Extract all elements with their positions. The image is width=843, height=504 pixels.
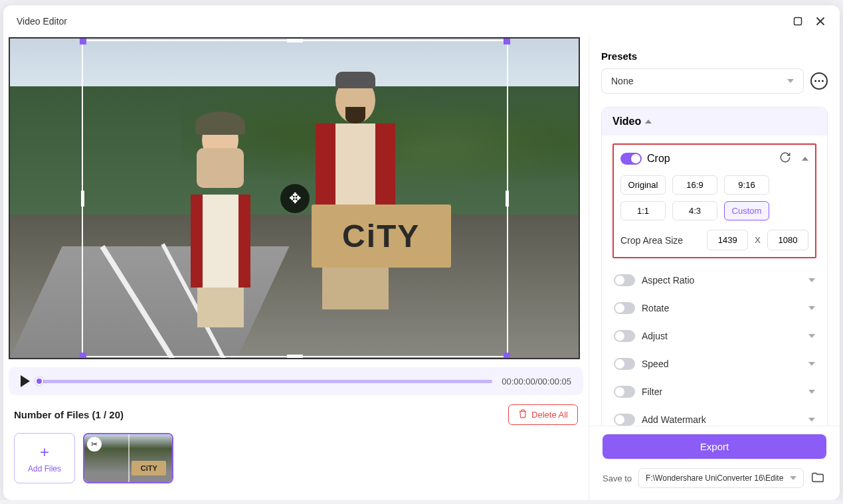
effect-row-filter[interactable]: Filter [612, 378, 816, 406]
effect-label: Rotate [642, 303, 669, 313]
maximize-button[interactable] [792, 15, 804, 27]
chevron-down-icon [808, 306, 815, 310]
save-to-dropdown[interactable]: F:\Wondershare UniConverter 16\Edite [638, 468, 804, 488]
crop-handle-left[interactable] [81, 191, 84, 207]
delete-all-button[interactable]: Delete All [508, 404, 578, 425]
progress-slider[interactable] [39, 380, 492, 383]
add-files-label: Add Files [28, 464, 61, 473]
chevron-down-icon [790, 476, 796, 480]
crop-toggle[interactable] [620, 153, 642, 165]
effect-toggle[interactable] [614, 414, 635, 426]
save-to-label: Save to [603, 473, 632, 483]
chevron-up-icon [645, 120, 652, 124]
files-row: + Add Files ✂ CiTY [14, 433, 578, 483]
crop-handle-tl[interactable] [80, 38, 86, 44]
bottom-bar: Export Save to F:\Wondershare UniConvert… [589, 426, 840, 500]
presets-selected: None [611, 76, 633, 86]
file-thumbnail-1[interactable]: ✂ CiTY [83, 433, 173, 483]
effect-label: Speed [642, 359, 668, 369]
playback-bar: 00:00:00/00:00:05 [9, 367, 583, 395]
crop-label: Crop [647, 153, 670, 165]
files-count: Number of Files (1 / 20) [14, 409, 124, 420]
video-preview[interactable]: CiTY ✥ [9, 37, 580, 359]
open-folder-button[interactable] [810, 470, 826, 486]
crop-preset-1-1[interactable]: 1:1 [620, 201, 666, 220]
close-button[interactable] [814, 15, 826, 27]
crop-width-input[interactable] [707, 230, 748, 250]
effects-list: Aspect RatioRotateAdjustSpeedFilterAdd W… [612, 266, 816, 426]
time-display: 00:00:00/00:00:05 [502, 377, 571, 386]
crop-preset-original[interactable]: Original [620, 175, 666, 195]
video-section-body: Crop Original16:99:161:14:3Custom [602, 135, 827, 426]
effect-toggle[interactable] [614, 386, 635, 398]
effect-row-add-watermark[interactable]: Add Watermark [612, 406, 816, 426]
x-separator: X [755, 235, 761, 245]
crop-preset-4-3[interactable]: 4:3 [672, 201, 717, 220]
presets-dropdown[interactable]: None [601, 68, 804, 94]
presets-label: Presets [601, 50, 828, 62]
crop-handle-bl[interactable] [80, 353, 86, 359]
content-area: CiTY ✥ [3, 37, 840, 500]
progress-thumb[interactable] [35, 377, 43, 385]
effect-toggle[interactable] [614, 330, 635, 342]
reset-icon[interactable] [779, 151, 791, 166]
effect-row-speed[interactable]: Speed [612, 350, 816, 378]
chevron-down-icon [808, 334, 815, 338]
video-section: Video Crop [601, 107, 828, 426]
crop-preset-16-9[interactable]: 16:9 [672, 175, 717, 195]
save-to-row: Save to F:\Wondershare UniConverter 16\E… [603, 468, 826, 488]
files-section: Number of Files (1 / 20) Delete All + Ad… [9, 404, 583, 483]
effect-toggle[interactable] [614, 302, 635, 314]
crop-preset-buttons: Original16:99:161:14:3Custom [620, 175, 808, 220]
plus-icon: + [40, 443, 49, 462]
right-panel: Presets None Video [589, 37, 840, 500]
chevron-down-icon [808, 362, 815, 366]
chevron-down-icon [808, 418, 815, 422]
video-header-label: Video [612, 116, 641, 127]
right-scroll[interactable]: Presets None Video [589, 37, 840, 426]
crop-box[interactable]: ✥ [82, 40, 508, 357]
effect-label: Aspect Ratio [642, 275, 694, 286]
effect-toggle[interactable] [614, 358, 635, 370]
effect-row-rotate[interactable]: Rotate [612, 294, 816, 322]
effect-label: Adjust [642, 331, 668, 341]
effect-label: Add Watermark [642, 414, 706, 425]
export-button[interactable]: Export [603, 434, 826, 459]
save-path: F:\Wondershare UniConverter 16\Edite [646, 473, 783, 483]
add-files-button[interactable]: + Add Files [14, 433, 75, 483]
crop-preset-9-16[interactable]: 9:16 [724, 175, 769, 195]
crop-header-row: Crop [620, 151, 808, 166]
effect-row-adjust[interactable]: Adjust [612, 322, 816, 350]
files-header: Number of Files (1 / 20) Delete All [14, 404, 578, 425]
crop-height-input[interactable] [767, 230, 808, 250]
crop-handle-bottom[interactable] [287, 355, 303, 358]
crop-handle-tr[interactable] [504, 38, 510, 44]
svg-rect-0 [795, 18, 802, 25]
delete-all-label: Delete All [531, 410, 568, 420]
scissors-icon: ✂ [87, 437, 102, 452]
presets-row: None [601, 68, 828, 94]
titlebar: Video Editor [3, 5, 840, 37]
presets-more-button[interactable] [810, 72, 828, 90]
crop-panel: Crop Original16:99:161:14:3Custom [612, 143, 816, 258]
play-button[interactable] [21, 375, 30, 387]
chevron-down-icon [808, 390, 815, 394]
crop-size-label: Crop Area Size [620, 235, 700, 246]
effect-row-aspect-ratio[interactable]: Aspect Ratio [612, 266, 816, 294]
effect-label: Filter [642, 386, 662, 397]
move-icon[interactable]: ✥ [280, 184, 310, 213]
thumb-sign: CiTY [132, 461, 166, 475]
crop-preset-custom[interactable]: Custom [724, 201, 769, 220]
left-panel: CiTY ✥ [3, 37, 589, 500]
video-editor-window: Video Editor [3, 5, 840, 500]
crop-handle-right[interactable] [506, 191, 509, 207]
effect-toggle[interactable] [614, 274, 635, 286]
chevron-down-icon [787, 79, 794, 83]
crop-handle-top[interactable] [287, 39, 303, 42]
window-title: Video Editor [17, 16, 67, 27]
video-section-header[interactable]: Video [602, 108, 827, 135]
titlebar-controls [792, 15, 826, 27]
crop-handle-br[interactable] [504, 353, 510, 359]
collapse-crop-icon[interactable] [802, 157, 808, 161]
crop-size-row: Crop Area Size X [620, 230, 808, 250]
